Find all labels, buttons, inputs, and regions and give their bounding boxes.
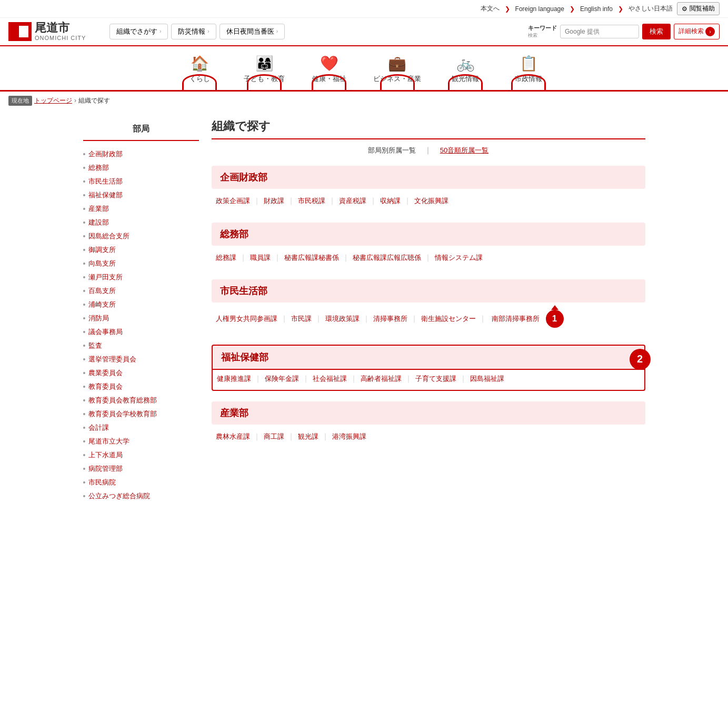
- sidebar-item: 教育委員会: [83, 380, 199, 394]
- tab-50-order-link[interactable]: 50音順所属一覧: [440, 146, 488, 155]
- detail-search-button[interactable]: 詳細検索 ›: [674, 24, 720, 39]
- annotation-2-wrapper: 2: [630, 349, 651, 370]
- dept-sub-link[interactable]: 保険年金課: [265, 374, 299, 384]
- sidebar-link-mitsugi[interactable]: 御調支所: [88, 245, 116, 255]
- dept-sub-link[interactable]: 環境政策課: [325, 314, 360, 324]
- dept-sub-link[interactable]: 衛生施設センター: [421, 314, 476, 324]
- search-input[interactable]: [560, 25, 639, 38]
- dept-links-fukushi: 健康推進課 ｜ 保険年金課 ｜ 社会福祉課 ｜ 高齢者福祉課 ｜ 子育て支援課 …: [212, 370, 645, 391]
- sidebar-link-momoshima[interactable]: 百島支所: [88, 286, 116, 296]
- utility-bar: 本文へ ❯ Foreign language ❯ English info ❯ …: [0, 0, 728, 18]
- sidebar-item: 因島総合支所: [83, 229, 199, 243]
- dept-sub-link[interactable]: 南部清掃事務所: [492, 314, 540, 324]
- sidebar-link-senkyo[interactable]: 選挙管理委員会: [88, 355, 136, 364]
- sidebar-item: 選挙管理委員会: [83, 353, 199, 366]
- dept-name-link-fukushi[interactable]: 福祉保健部: [221, 352, 268, 363]
- sidebar-link-water[interactable]: 上下水道局: [88, 450, 123, 460]
- org-search-button[interactable]: 組織でさがす ›: [109, 24, 168, 39]
- dept-sub-link[interactable]: 資産税課: [339, 196, 366, 206]
- arrow-icon: ❯: [505, 5, 510, 13]
- dept-sub-link[interactable]: 健康推進課: [217, 374, 251, 384]
- sidebar-link-sangyo[interactable]: 産業部: [88, 204, 109, 214]
- sidebar-item: 教育委員会教育総務部: [83, 394, 199, 407]
- sidebar-link-urasaki[interactable]: 浦崎支所: [88, 300, 116, 309]
- dept-sub-link[interactable]: 情報システム課: [435, 253, 483, 263]
- sidebar-link-nogyo[interactable]: 農業委員会: [88, 368, 123, 378]
- dept-sub-link[interactable]: 港湾振興課: [332, 432, 366, 441]
- nav-business-industry[interactable]: 💼 ビジネス・産業: [361, 51, 434, 90]
- sidebar-item: 御調支所: [83, 243, 199, 257]
- dept-name-link-kikaku[interactable]: 企画財政部: [220, 172, 267, 183]
- main-navigation: 🏠 くらし 👨‍👩‍👧 子ども・教育 ❤️ 健康・福祉 💼 ビジネス・産業 🚲 …: [0, 46, 728, 92]
- sidebar-title: 部局: [83, 118, 199, 141]
- dept-header-kikaku: 企画財政部: [212, 166, 645, 189]
- sidebar-link-kyoiku[interactable]: 教育委員会: [88, 382, 123, 391]
- dept-sub-link[interactable]: 人権男女共同参画課: [216, 314, 277, 324]
- holiday-doctor-button[interactable]: 休日夜間当番医 ›: [220, 24, 285, 39]
- english-info-link[interactable]: English info: [580, 5, 613, 13]
- dept-sub-link[interactable]: 清掃事務所: [373, 314, 407, 324]
- dept-sub-link[interactable]: 政策企画課: [216, 196, 250, 206]
- main-text-link[interactable]: 本文へ: [481, 4, 500, 13]
- dept-sub-link[interactable]: 商工課: [264, 432, 284, 441]
- dept-links-sangyo: 農林水産課 ｜ 商工課 ｜ 観光課 ｜ 港湾振興課: [212, 430, 645, 448]
- nav-city-info[interactable]: 📋 市政情報: [497, 51, 560, 90]
- dept-sub-link[interactable]: 市民課: [291, 314, 312, 324]
- sidebar-link-university[interactable]: 尾道市立大学: [88, 437, 129, 446]
- sidebar-link-mitsugi-hospital[interactable]: 公立みつぎ総合病院: [88, 491, 150, 501]
- dept-sub-link[interactable]: 高齢者福祉課: [361, 374, 402, 384]
- dept-sub-link[interactable]: 子育て支援課: [415, 374, 456, 384]
- sidebar-item: 市民病院: [83, 476, 199, 489]
- sidebar-link-setoda[interactable]: 瀬戸田支所: [88, 273, 123, 282]
- dept-sub-link[interactable]: 農林水産課: [216, 432, 250, 441]
- breadcrumb-top-link[interactable]: トップページ: [34, 96, 72, 105]
- dept-sub-link[interactable]: 総務課: [216, 253, 236, 263]
- sidebar-link-kikaku[interactable]: 企画財政部: [88, 149, 123, 159]
- dept-sub-link[interactable]: 市民税課: [298, 196, 325, 206]
- dept-sub-link[interactable]: 因島福祉課: [470, 374, 504, 384]
- dept-sub-link[interactable]: 収納課: [380, 196, 401, 206]
- dept-sub-link[interactable]: 財政課: [264, 196, 284, 206]
- sidebar-link-kyoiku-gakko[interactable]: 教育委員会学校教育部: [88, 409, 157, 419]
- search-button[interactable]: 検索: [642, 24, 671, 39]
- arrow-icon3: ❯: [618, 5, 623, 13]
- nav-kurashi[interactable]: 🏠 くらし: [168, 51, 231, 90]
- sidebar-item: 監査: [83, 339, 199, 353]
- sidebar-link-kyoiku-somu[interactable]: 教育委員会教育総務部: [88, 396, 157, 405]
- nav-health-welfare[interactable]: ❤️ 健康・福祉: [297, 51, 361, 90]
- sidebar-link-kansa[interactable]: 監査: [88, 341, 102, 350]
- dept-sub-link[interactable]: 秘書広報課秘書係: [284, 253, 339, 263]
- document-icon: 📋: [520, 55, 538, 72]
- dept-sub-link[interactable]: 文化振興課: [414, 196, 448, 206]
- dept-sub-link[interactable]: 職員課: [250, 253, 271, 263]
- dept-sub-link[interactable]: 社会福祉課: [313, 374, 347, 384]
- dept-name-link-sangyo[interactable]: 産業部: [220, 408, 248, 418]
- sidebar-link-kaikei[interactable]: 会計課: [88, 423, 109, 432]
- dept-name-link-somu[interactable]: 総務部: [220, 229, 248, 239]
- easy-japanese-link[interactable]: やさしい日本語: [629, 4, 673, 13]
- nav-children-education[interactable]: 👨‍👩‍👧 子ども・教育: [231, 51, 297, 90]
- disaster-info-button[interactable]: 防災情報 ›: [171, 24, 216, 39]
- sidebar-link-shobo[interactable]: 消防局: [88, 314, 109, 323]
- sidebar-link-gikai[interactable]: 議会事務局: [88, 327, 123, 337]
- heart-icon: ❤️: [320, 55, 338, 72]
- sidebar-item: 教育委員会学校教育部: [83, 407, 199, 421]
- sidebar-link-shimin[interactable]: 市民生活部: [88, 177, 123, 186]
- accessibility-button[interactable]: ⚙ 閲覧補助: [677, 2, 720, 15]
- sidebar-link-somu[interactable]: 総務部: [88, 163, 109, 173]
- main-content: 組織で探す 部局別所属一覧 ｜ 50音順所属一覧 企画財政部 政策企画課 ｜ 財…: [212, 118, 645, 503]
- sidebar-link-mukojima[interactable]: 向島支所: [88, 259, 116, 268]
- dept-sub-link[interactable]: 秘書広報課広報広聴係: [353, 253, 421, 263]
- sidebar-link-kensetsu[interactable]: 建設部: [88, 218, 109, 227]
- sidebar-item: 福祉保健部: [83, 188, 199, 202]
- dept-name-link-shimin[interactable]: 市民生活部: [220, 286, 267, 296]
- dept-sub-link[interactable]: 観光課: [298, 432, 318, 441]
- sidebar-link-innoshima[interactable]: 因島総合支所: [88, 231, 129, 241]
- sidebar-link-fukushi[interactable]: 福祉保健部: [88, 190, 123, 200]
- foreign-language-link[interactable]: Foreign language: [515, 5, 564, 13]
- sidebar-link-hospital-mgmt[interactable]: 病院管理部: [88, 464, 123, 474]
- sidebar-link-city-hospital[interactable]: 市民病院: [88, 478, 116, 487]
- circle-arrow-icon: ›: [705, 27, 715, 36]
- nav-tourism[interactable]: 🚲 観光情報: [434, 51, 497, 90]
- dept-links-shimin: 人権男女共同参画課 ｜ 市民課 ｜ 環境政策課 ｜ 清掃事務所 ｜ 衛生施設セン…: [212, 308, 645, 334]
